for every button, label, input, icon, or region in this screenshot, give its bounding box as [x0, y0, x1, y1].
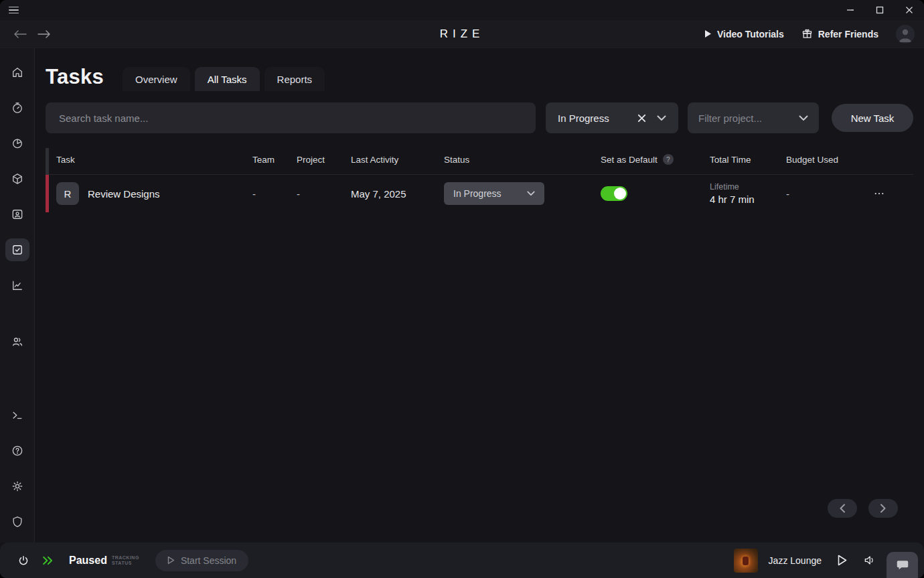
play-track-button[interactable] — [838, 555, 847, 566]
power-icon — [17, 555, 29, 567]
sidebar-item-home[interactable] — [5, 61, 29, 84]
chevron-down-icon — [799, 115, 808, 121]
timer-icon — [11, 101, 24, 115]
maximize-button[interactable] — [865, 0, 895, 20]
status-filter-dropdown[interactable]: In Progress — [546, 102, 678, 133]
sidebar-item-reports[interactable] — [5, 132, 29, 155]
app-header: RIZE Video Tutorials Refer Friends — [0, 20, 924, 48]
tracking-status-caption: TRACKING STATUS — [112, 555, 139, 566]
play-outline-icon — [838, 555, 847, 566]
video-tutorials-button[interactable]: Video Tutorials — [704, 29, 784, 40]
chevron-down-icon — [527, 191, 535, 196]
clear-filter-icon[interactable] — [637, 114, 646, 123]
next-page-button[interactable] — [868, 499, 898, 518]
shield-icon — [11, 515, 24, 528]
table-row[interactable]: R Review Designs - - May 7, 2025 In Prog… — [46, 175, 913, 212]
column-header-task: Task — [46, 155, 252, 165]
column-header-budget-used: Budget Used — [786, 155, 873, 165]
help-tooltip-icon[interactable]: ? — [663, 154, 674, 165]
set-as-default-toggle[interactable] — [601, 186, 627, 201]
window-controls — [836, 0, 924, 20]
users-icon — [11, 335, 24, 348]
column-header-last-activity: Last Activity — [351, 155, 444, 165]
tab-all-tasks[interactable]: All Tasks — [195, 67, 260, 91]
refer-friends-label: Refer Friends — [818, 29, 878, 40]
album-art[interactable] — [734, 549, 758, 573]
cell-last-activity: May 7, 2025 — [351, 188, 444, 200]
sidebar-item-terminal[interactable] — [5, 404, 29, 427]
volume-icon — [863, 555, 876, 566]
start-session-button[interactable]: Start Session — [155, 550, 248, 571]
sidebar-item-analytics[interactable] — [5, 274, 29, 297]
maximize-icon — [876, 6, 884, 14]
ellipsis-icon — [873, 188, 885, 200]
column-header-set-as-default: Set as Default ? — [601, 154, 710, 165]
play-outline-icon — [167, 556, 175, 565]
close-button[interactable] — [895, 0, 924, 20]
page-title: Tasks — [46, 66, 104, 91]
contact-card-icon — [11, 208, 24, 221]
task-name[interactable]: Review Designs — [88, 188, 160, 200]
set-as-default-label: Set as Default — [601, 155, 658, 165]
total-time-value: 4 hr 7 min — [710, 194, 786, 205]
chat-bubble-icon — [896, 559, 909, 571]
tab-overview[interactable]: Overview — [123, 67, 190, 91]
sidebar-item-timer[interactable] — [5, 96, 29, 119]
search-input[interactable] — [46, 113, 536, 124]
avatar[interactable] — [896, 25, 915, 44]
tracking-bar: Paused TRACKING STATUS Start Session Jaz… — [0, 543, 924, 578]
forward-arrow-icon[interactable] — [37, 29, 51, 39]
cell-budget-used: - — [786, 188, 873, 200]
header-accent-bar — [46, 148, 49, 175]
column-header-project: Project — [297, 155, 351, 165]
sidebar-item-settings[interactable] — [5, 475, 29, 498]
sidebar-item-clients[interactable] — [5, 203, 29, 226]
sidebar-item-tasks[interactable] — [5, 238, 29, 261]
play-icon — [704, 29, 712, 38]
column-header-team: Team — [252, 155, 297, 165]
tab-bar: Overview All Tasks Reports — [123, 67, 325, 91]
project-filter-dropdown[interactable]: Filter project... — [688, 102, 819, 133]
gear-icon — [11, 480, 24, 493]
project-filter-placeholder: Filter project... — [698, 113, 762, 124]
power-button[interactable] — [17, 555, 29, 567]
line-chart-icon — [11, 279, 24, 292]
prev-page-button[interactable] — [828, 499, 857, 518]
tasks-table: Task Team Project Last Activity Status S… — [46, 145, 913, 212]
sidebar — [0, 48, 35, 543]
status-filter-value: In Progress — [558, 113, 609, 124]
double-chevron-icon — [42, 555, 54, 566]
table-header: Task Team Project Last Activity Status S… — [46, 145, 913, 175]
tab-reports[interactable]: Reports — [264, 67, 325, 91]
sidebar-item-help[interactable] — [5, 439, 29, 462]
volume-button[interactable] — [863, 555, 876, 566]
new-task-button[interactable]: New Task — [832, 104, 913, 132]
chat-widget-button[interactable] — [887, 552, 918, 578]
column-header-total-time: Total Time — [710, 155, 786, 165]
chevron-right-icon — [880, 504, 887, 513]
hamburger-menu-icon[interactable] — [9, 7, 19, 14]
status-select[interactable]: In Progress — [444, 182, 544, 205]
column-header-status: Status — [444, 155, 601, 165]
nav-arrows — [13, 29, 51, 39]
video-tutorials-label: Video Tutorials — [717, 29, 784, 40]
checkbox-icon — [11, 243, 24, 257]
sidebar-item-projects[interactable] — [5, 167, 29, 190]
time-scope-label: Lifetime — [710, 182, 786, 192]
task-initial-avatar: R — [56, 182, 79, 205]
cell-project: - — [297, 188, 351, 200]
music-player: Jazz Lounge — [734, 549, 876, 573]
sidebar-item-privacy[interactable] — [5, 510, 29, 533]
minimize-icon — [846, 6, 854, 14]
row-actions-button[interactable] — [873, 188, 913, 200]
expand-tracking-button[interactable] — [42, 555, 54, 566]
status-value: In Progress — [453, 188, 502, 199]
refer-friends-button[interactable]: Refer Friends — [801, 28, 878, 40]
sidebar-item-team[interactable] — [5, 330, 29, 353]
minimize-button[interactable] — [836, 0, 865, 20]
chevron-down-icon — [657, 115, 666, 121]
back-arrow-icon[interactable] — [13, 29, 27, 39]
titlebar — [0, 0, 924, 20]
toggle-knob — [614, 188, 626, 200]
home-icon — [11, 66, 24, 79]
